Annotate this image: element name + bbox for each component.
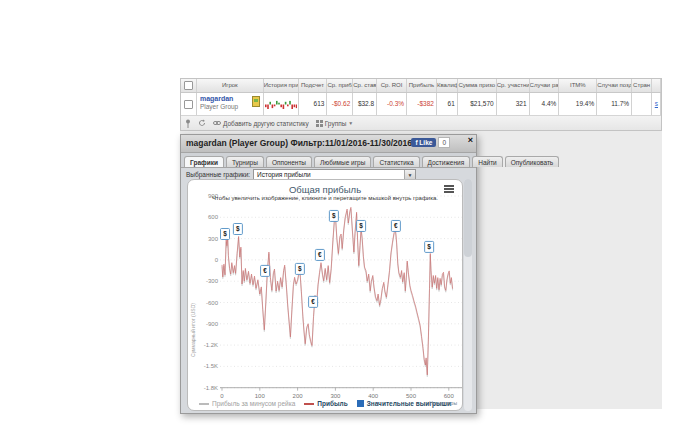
tab-3[interactable]: Оппоненты xyxy=(266,156,312,167)
scrollbar-thumb[interactable] xyxy=(464,179,472,257)
stat-cell xyxy=(632,93,652,115)
column-header[interactable]: Игрок xyxy=(197,79,264,92)
footnote-link[interactable]: s xyxy=(652,93,661,115)
tab-2[interactable]: Турниры xyxy=(226,156,264,167)
facebook-logo-icon: f xyxy=(415,139,417,146)
stat-cell: 19.4% xyxy=(559,93,597,115)
column-header[interactable]: Ср. прибы xyxy=(327,79,353,92)
big-win-symbol: € xyxy=(394,222,398,229)
stat-cell xyxy=(181,93,197,115)
x-axis-title: Номер игры xyxy=(429,400,457,406)
big-win-symbol: $ xyxy=(427,243,431,251)
close-icon[interactable]: × xyxy=(468,135,473,145)
big-win-symbol: $ xyxy=(223,230,227,238)
tab-6[interactable]: Достижения xyxy=(422,156,471,167)
tab-1[interactable]: Графики xyxy=(184,156,224,167)
big-win-symbol: $ xyxy=(359,222,363,230)
column-header[interactable]: История прибы xyxy=(264,79,299,92)
big-win-symbol: $ xyxy=(332,212,336,220)
legend-item-rake: Прибыль за минусом рейка xyxy=(199,400,295,407)
popup-tab-bar: ГрафикиТурнирыОппонентыЛюбимые игрыСтати… xyxy=(181,153,476,168)
big-win-symbol: $ xyxy=(236,225,240,233)
x-tick-label: 0 xyxy=(220,393,224,399)
rake-profit-line xyxy=(222,209,453,377)
x-tick-label: 100 xyxy=(255,393,266,399)
y-tick-label: -300 xyxy=(206,278,219,284)
stat-cell: 4.4% xyxy=(530,93,560,115)
pin-icon[interactable] xyxy=(185,119,191,128)
column-header[interactable]: Случаи позд xyxy=(597,79,632,92)
refresh-icon[interactable] xyxy=(198,119,206,127)
column-header[interactable]: Ср. ROI xyxy=(377,79,407,92)
blue-square-swatch xyxy=(357,400,364,407)
facebook-like-button[interactable]: f Like 0 xyxy=(411,137,450,148)
x-tick-label: 200 xyxy=(293,393,304,399)
big-win-symbol: € xyxy=(263,267,267,274)
groups-label: Группы xyxy=(325,120,347,127)
gray-line-swatch xyxy=(199,403,209,405)
y-tick-label: 300 xyxy=(208,236,219,242)
player-detail-popup: magardan (Player Group) Фильтр:11/01/201… xyxy=(180,134,477,414)
chain-link-icon xyxy=(213,120,221,126)
profit-chart[interactable]: 9006003000-300-600-900-1.2K-1.5K-1.8K010… xyxy=(187,179,463,411)
screen: ИгрокИстория прибыПодсчетСр. прибыСр. ст… xyxy=(0,0,700,429)
x-tick-label: 300 xyxy=(330,393,341,399)
y-axis-title: Суммарный итог (USD) xyxy=(190,303,196,357)
stat-cell: $32.8 xyxy=(353,93,377,115)
y-tick-label: -1.8K xyxy=(204,385,218,391)
add-statistic-label: Добавить другую статистику xyxy=(223,120,309,127)
column-header[interactable] xyxy=(652,79,661,92)
column-header[interactable]: Случаи ран xyxy=(530,79,560,92)
profit-line xyxy=(222,207,453,375)
column-header[interactable]: Ср. ставк xyxy=(353,79,377,92)
popup-title: magardan (Player Group) Фильтр:11/01/201… xyxy=(186,138,412,148)
stat-cell: $21,570 xyxy=(458,93,497,115)
groups-icon xyxy=(316,120,323,127)
row-checkbox[interactable] xyxy=(184,100,193,109)
y-tick-label: 0 xyxy=(215,257,219,263)
select-all-checkbox[interactable] xyxy=(184,81,193,90)
x-tick-label: 500 xyxy=(406,393,417,399)
groups-button[interactable]: Группы ▼ xyxy=(316,120,354,127)
legend-item-profit: Прибыль xyxy=(304,400,347,407)
y-tick-label: -900 xyxy=(206,321,219,327)
tab-4[interactable]: Любимые игры xyxy=(314,156,371,167)
column-header[interactable]: Квалиф xyxy=(437,79,458,92)
tab-7[interactable]: Найти xyxy=(472,156,503,167)
y-tick-label: 600 xyxy=(208,214,219,220)
column-header[interactable]: Сумма призо xyxy=(458,79,497,92)
facebook-like-count: 0 xyxy=(438,137,450,148)
add-statistic-button[interactable]: Добавить другую статистику xyxy=(213,120,309,127)
player-badge-icon xyxy=(252,96,260,107)
table-header-row: ИгрокИстория прибыПодсчетСр. прибыСр. ст… xyxy=(181,79,661,93)
column-header[interactable]: ITM% xyxy=(559,79,597,92)
tab-5[interactable]: Статистика xyxy=(373,156,419,167)
tab-8[interactable]: Опубликовать xyxy=(505,156,560,167)
graph-select-value: История прибыли xyxy=(257,171,404,178)
profit-history-sparkline xyxy=(264,93,299,115)
stat-cell: magardanPlayer Group xyxy=(197,93,264,115)
x-tick-label: 400 xyxy=(368,393,379,399)
big-win-symbol: $ xyxy=(298,265,302,273)
y-tick-label: -1.2K xyxy=(204,342,218,348)
graph-selector-label: Выбранные графики: xyxy=(186,171,250,178)
stat-cell: 613 xyxy=(299,93,328,115)
y-tick-label: -1.5K xyxy=(204,363,218,369)
chart-plot-area[interactable]: 9006003000-300-600-900-1.2K-1.5K-1.8K010… xyxy=(188,180,462,410)
stat-cell: 321 xyxy=(497,93,530,115)
column-header[interactable]: Ср. участни xyxy=(497,79,530,92)
chart-menu-icon[interactable] xyxy=(444,185,454,194)
player-stats-table: ИгрокИстория прибыПодсчетСр. прибыСр. ст… xyxy=(180,78,662,131)
column-header[interactable]: Прибыль xyxy=(407,79,437,92)
stat-cell: 11.7% xyxy=(597,93,632,115)
column-header[interactable]: Подсчет xyxy=(299,79,328,92)
big-win-symbol: € xyxy=(311,298,315,305)
dropdown-arrow-icon: ▼ xyxy=(404,170,415,180)
popup-scrollbar[interactable] xyxy=(464,179,472,411)
column-header[interactable] xyxy=(181,79,197,92)
red-line-swatch xyxy=(304,403,314,405)
x-tick-label: 600 xyxy=(444,393,455,399)
column-header[interactable]: Стран xyxy=(632,79,652,92)
table-footer: Добавить другую статистику Группы ▼ xyxy=(181,116,661,130)
stat-cell: 61 xyxy=(437,93,458,115)
